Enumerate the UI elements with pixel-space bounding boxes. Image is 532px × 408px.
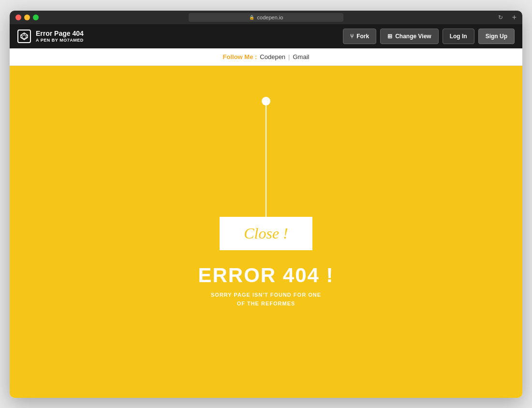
- codepen-follow-link[interactable]: Codepen: [260, 53, 285, 60]
- fork-icon: ⑂: [350, 33, 354, 40]
- pendulum-ball: [262, 97, 270, 106]
- follow-label: Follow Me :: [223, 53, 257, 60]
- gmail-follow-link[interactable]: Gmail: [293, 53, 310, 60]
- title-bar: 🔒 codepen.io ↻ +: [10, 11, 522, 24]
- main-content: Close ! ERROR 404 ! SORRY PAGE ISN'T FOU…: [10, 66, 522, 398]
- url-text: codepen.io: [257, 15, 283, 20]
- traffic-light-maximize[interactable]: [33, 15, 39, 20]
- codepen-logo-icon: [17, 30, 31, 43]
- traffic-light-close[interactable]: [15, 15, 21, 20]
- nav-buttons: ⑂ Fork ⊞ Change View Log In Sign Up: [343, 29, 515, 44]
- error-subtitle: SORRY PAGE ISN'T FOUND FOR ONE OF THE RE…: [211, 291, 321, 308]
- signup-button[interactable]: Sign Up: [478, 29, 515, 44]
- change-view-icon: ⊞: [387, 33, 392, 40]
- browser-window: 🔒 codepen.io ↻ + Error Page 40: [10, 11, 522, 398]
- change-view-button[interactable]: ⊞ Change View: [380, 29, 438, 44]
- pendulum-container: Close !: [220, 97, 312, 250]
- traffic-lights: [15, 15, 39, 20]
- pendulum-string: [266, 106, 266, 217]
- pen-logo: Error Page 404 A PEN BY MO7AMED: [17, 30, 84, 43]
- refresh-button[interactable]: ↻: [498, 14, 503, 21]
- pen-title-block: Error Page 404 A PEN BY MO7AMED: [36, 30, 84, 43]
- pen-author: A PEN BY MO7AMED: [36, 38, 84, 43]
- nav-bar: Error Page 404 A PEN BY MO7AMED ⑂ Fork ⊞…: [10, 24, 522, 48]
- address-bar[interactable]: 🔒 codepen.io: [189, 13, 343, 22]
- login-button[interactable]: Log In: [443, 29, 474, 44]
- traffic-light-minimize[interactable]: [24, 15, 30, 20]
- fork-button[interactable]: ⑂ Fork: [343, 29, 376, 44]
- svg-marker-1: [22, 35, 26, 39]
- error-title: ERROR 404 !: [198, 264, 334, 287]
- lock-icon: 🔒: [249, 15, 254, 20]
- follow-bar: Follow Me : Codepen | Gmail: [10, 48, 522, 66]
- close-box[interactable]: Close !: [220, 217, 312, 250]
- pen-title: Error Page 404: [36, 30, 84, 38]
- close-text: Close !: [244, 225, 288, 242]
- follow-pipe: |: [288, 53, 290, 60]
- new-tab-button[interactable]: +: [512, 14, 517, 21]
